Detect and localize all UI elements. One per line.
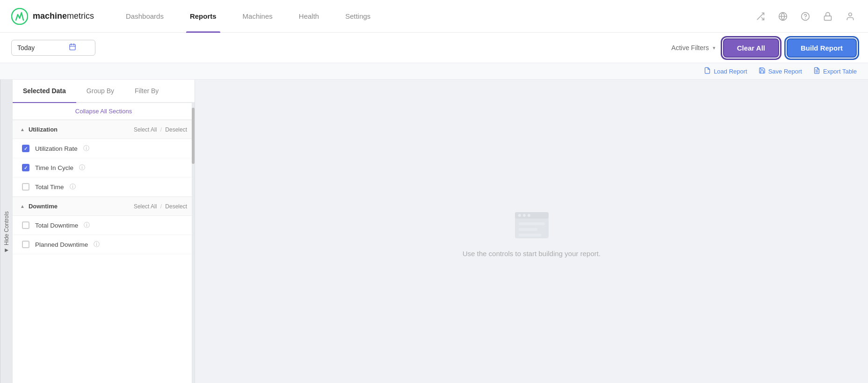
planned-downtime-info-icon[interactable]: ⓘ (94, 240, 100, 249)
logo-icon (11, 8, 28, 25)
globe-icon[interactable] (776, 10, 789, 23)
list-item: Total Downtime ⓘ (13, 216, 195, 235)
time-in-cycle-info-icon[interactable]: ⓘ (79, 163, 85, 172)
divider: / (160, 203, 164, 210)
nav-dashboards[interactable]: Dashboards (113, 0, 177, 33)
nav-links: Dashboards Reports Machines Health Setti… (113, 0, 754, 33)
total-downtime-info-icon[interactable]: ⓘ (84, 221, 90, 229)
downtime-deselect[interactable]: Deselect (165, 203, 187, 210)
svg-rect-7 (825, 16, 832, 20)
save-report-label: Save Report (768, 68, 802, 75)
date-input[interactable] (17, 44, 64, 52)
collapse-all-button[interactable]: Collapse All Sections (13, 103, 195, 120)
left-panel: Selected Data Group By Filter By Collaps… (13, 80, 195, 383)
section-utilization: ▲ Utilization Select All / Deselect Util… (13, 120, 195, 197)
nav-machines[interactable]: Machines (230, 0, 286, 33)
export-table-label: Export Table (823, 68, 857, 75)
help-icon[interactable] (799, 10, 812, 23)
list-item: Time In Cycle ⓘ (13, 158, 195, 177)
toolbar: Active Filters ▾ Clear All Build Report (0, 33, 868, 63)
scroll-track[interactable] (192, 103, 195, 383)
nav-settings[interactable]: Settings (332, 0, 383, 33)
utilization-rate-info-icon[interactable]: ⓘ (83, 144, 89, 153)
hide-controls-tab[interactable]: ◀ Hide Controls (0, 80, 13, 383)
load-report-icon (704, 67, 711, 75)
section-downtime-actions: Select All / Deselect (134, 203, 187, 210)
clear-all-button[interactable]: Clear All (723, 38, 779, 58)
section-utilization-title: Utilization (29, 126, 134, 133)
total-downtime-checkbox[interactable] (22, 221, 29, 229)
utilization-select-all[interactable]: Select All (134, 126, 157, 133)
section-downtime-collapse-icon[interactable]: ▲ (20, 204, 25, 209)
svg-point-0 (12, 8, 28, 24)
tab-filter-by[interactable]: Filter By (124, 80, 169, 103)
lock-icon[interactable] (821, 10, 834, 23)
main-content: ◀ Hide Controls Selected Data Group By F… (0, 80, 868, 383)
svg-point-17 (518, 214, 521, 217)
load-report-button[interactable]: Load Report (704, 67, 747, 75)
calendar-icon[interactable] (69, 43, 76, 52)
logo-text: machinemetrics (33, 11, 94, 21)
section-downtime-title: Downtime (29, 203, 134, 210)
list-item: Total Time ⓘ (13, 177, 195, 197)
panel-content: Collapse All Sections ▲ Utilization Sele… (13, 103, 195, 383)
utilization-rate-label[interactable]: Utilization Rate (35, 145, 78, 152)
secondary-toolbar: Load Report Save Report Export Table (0, 63, 868, 80)
total-time-label[interactable]: Total Time (35, 184, 64, 191)
nav-reports[interactable]: Reports (177, 0, 230, 33)
section-utilization-header: ▲ Utilization Select All / Deselect (13, 120, 195, 139)
filter-chevron-icon[interactable]: ▾ (713, 45, 716, 51)
shuffle-icon[interactable] (754, 10, 767, 23)
divider: / (160, 126, 164, 133)
utilization-rate-checkbox[interactable] (22, 145, 29, 152)
active-filters-label: Active Filters (672, 44, 709, 52)
hide-controls-arrow-icon: ◀ (4, 248, 9, 253)
date-picker[interactable] (11, 40, 95, 56)
save-report-icon (759, 67, 766, 75)
time-in-cycle-checkbox[interactable] (22, 164, 29, 171)
export-table-button[interactable]: Export Table (813, 67, 857, 75)
svg-rect-20 (519, 222, 545, 225)
time-in-cycle-label[interactable]: Time In Cycle (35, 164, 73, 171)
empty-state-icon (513, 207, 550, 240)
export-table-icon (813, 67, 820, 75)
nav-health[interactable]: Health (286, 0, 332, 33)
svg-point-19 (528, 214, 530, 217)
build-report-button[interactable]: Build Report (787, 38, 857, 58)
logo: machinemetrics (11, 8, 94, 25)
navbar: machinemetrics Dashboards Reports Machin… (0, 0, 868, 33)
list-item: Utilization Rate ⓘ (13, 139, 195, 158)
section-downtime-header: ▲ Downtime Select All / Deselect (13, 197, 195, 216)
svg-point-18 (523, 214, 526, 217)
nav-icons (754, 10, 857, 23)
svg-point-8 (849, 13, 852, 16)
user-icon[interactable] (844, 10, 857, 23)
utilization-deselect[interactable]: Deselect (165, 126, 187, 133)
save-report-button[interactable]: Save Report (759, 67, 802, 75)
planned-downtime-label[interactable]: Planned Downtime (35, 241, 88, 248)
section-utilization-actions: Select All / Deselect (134, 126, 187, 133)
empty-state-message: Use the controls to start building your … (463, 250, 600, 258)
scroll-thumb[interactable] (192, 108, 195, 164)
svg-rect-21 (519, 228, 537, 231)
list-item: Planned Downtime ⓘ (13, 235, 195, 254)
total-time-info-icon[interactable]: ⓘ (70, 183, 76, 191)
tab-group-by[interactable]: Group By (76, 80, 124, 103)
section-downtime: ▲ Downtime Select All / Deselect Total D… (13, 197, 195, 254)
tab-selected-data[interactable]: Selected Data (13, 80, 76, 103)
total-time-checkbox[interactable] (22, 183, 29, 191)
planned-downtime-checkbox[interactable] (22, 241, 29, 248)
active-filters-area: Active Filters ▾ (672, 44, 716, 52)
svg-rect-22 (519, 234, 541, 236)
total-downtime-label[interactable]: Total Downtime (35, 222, 78, 229)
section-utilization-collapse-icon[interactable]: ▲ (20, 127, 25, 132)
right-content: Use the controls to start building your … (195, 80, 868, 383)
hide-controls-label: Hide Controls (3, 212, 10, 246)
load-report-label: Load Report (714, 68, 747, 75)
downtime-select-all[interactable]: Select All (134, 203, 157, 210)
svg-rect-9 (70, 44, 75, 50)
panel-tabs: Selected Data Group By Filter By (13, 80, 195, 103)
